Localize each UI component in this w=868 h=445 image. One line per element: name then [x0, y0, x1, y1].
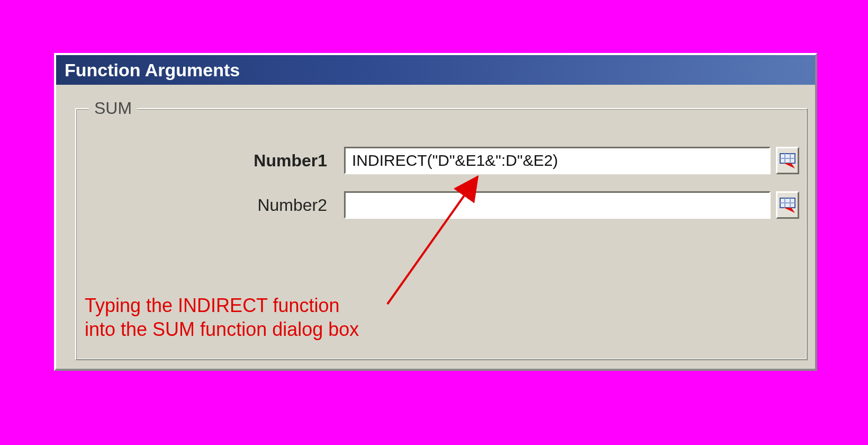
annotation-line2: into the SUM function dialog box [85, 318, 359, 340]
background: Function Arguments SUM Number1 [0, 0, 868, 445]
argument-label-number2: Number2 [85, 195, 339, 215]
argument-row: Number2 [85, 189, 799, 221]
dialog-title: Function Arguments [56, 55, 815, 85]
function-arguments-dialog: Function Arguments SUM Number1 [54, 53, 817, 371]
function-groupbox: SUM Number1 [75, 108, 808, 360]
argument-input-number1[interactable] [344, 147, 771, 174]
range-selector-icon [780, 196, 795, 214]
range-selector-button[interactable] [776, 147, 799, 174]
svg-marker-4 [784, 163, 795, 168]
range-selector-icon [780, 152, 795, 170]
argument-label-number1: Number1 [85, 151, 339, 171]
range-selector-button[interactable] [776, 191, 799, 219]
argument-input-number2[interactable] [344, 191, 771, 219]
argument-row: Number1 [85, 144, 799, 177]
function-name-legend: SUM [89, 99, 137, 118]
annotation-text: Typing the INDIRECT function into the SU… [85, 293, 498, 341]
svg-marker-9 [784, 208, 795, 213]
annotation-line1: Typing the INDIRECT function [85, 295, 340, 316]
